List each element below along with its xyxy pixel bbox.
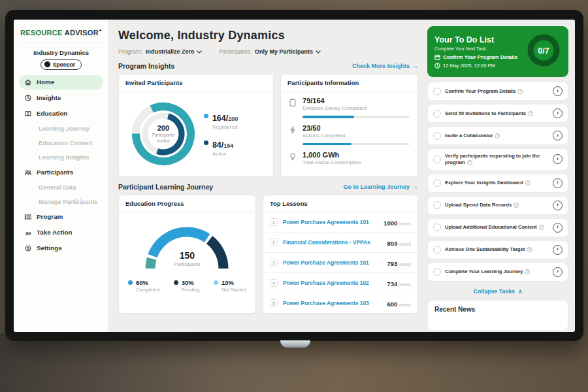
filters-bar: Program: Industrialize Zero Participants…	[118, 48, 418, 55]
completed-dot-icon	[128, 280, 133, 285]
chevron-right-icon: ›	[557, 88, 559, 94]
sidebar-item-learning-insights[interactable]: Learning Insights	[19, 151, 103, 164]
take-action-icon	[24, 229, 32, 237]
lesson-link[interactable]: Power Purchase Agreements 101	[283, 219, 378, 225]
task-open-button[interactable]: ›	[553, 154, 563, 164]
chevron-down-icon	[197, 50, 202, 54]
participants-filter-dropdown[interactable]: Only My Participants	[255, 48, 321, 55]
legend-item-completed: 60% Completed	[128, 279, 159, 293]
lesson-link[interactable]: Power Purchase Agreements 102	[283, 280, 382, 286]
sidebar-item-insights[interactable]: Insights	[19, 91, 103, 105]
task-open-button[interactable]: ›	[553, 201, 563, 210]
lesson-link[interactable]: Power Purchase Agreements 103	[283, 300, 382, 306]
task-open-button[interactable]: ›	[553, 108, 563, 118]
task-open-button[interactable]: ›	[553, 178, 563, 188]
invited-participants-card: Invited Participants 200 Partic	[118, 74, 274, 177]
collapse-tasks-button[interactable]: Collapse Tasks ∧	[427, 286, 568, 295]
task-row-upload-educational-content[interactable]: Upload Additional Educational Content? ›	[427, 218, 568, 237]
donut-legend: 164/200 Registered 84/164 Active	[204, 112, 238, 157]
lightbulb-icon	[289, 152, 297, 161]
sidebar-item-education[interactable]: Education	[19, 106, 103, 121]
pending-dot-icon	[174, 280, 178, 285]
info-icon[interactable]: ?	[514, 203, 519, 208]
sidebar-item-education-content[interactable]: Education Content	[19, 137, 103, 150]
rank-badge: 3	[270, 259, 278, 267]
sidebar-item-label: Insights	[37, 94, 61, 101]
task-row-explore-insights[interactable]: Explore Your Insights Dashboard? ›	[427, 174, 568, 193]
sidebar-item-program[interactable]: Program	[19, 210, 103, 224]
rank-badge: 4	[270, 279, 278, 287]
task-checkbox[interactable]	[433, 246, 441, 253]
task-checkbox[interactable]	[433, 132, 441, 140]
sidebar-item-label: Education	[37, 110, 67, 117]
lesson-row: 1 Power Purchase Agreements 101 1000view…	[263, 212, 417, 233]
info-icon[interactable]: ?	[525, 269, 530, 274]
task-row-invite-collaborator[interactable]: Invite a Collaborator? ›	[427, 126, 568, 145]
chevron-down-icon	[316, 50, 321, 54]
clipboard-icon	[289, 98, 297, 107]
sidebar-item-label: Program	[37, 213, 63, 220]
rank-badge: 5	[270, 299, 278, 307]
task-open-button[interactable]: ›	[553, 267, 563, 277]
info-icon[interactable]: ?	[539, 225, 544, 230]
sidebar-item-label: General Data	[39, 184, 76, 191]
recent-news-title: Recent News	[434, 306, 561, 313]
participants-information-card: Participants Information 79/164 Emission…	[280, 74, 418, 177]
task-open-button[interactable]: ›	[553, 131, 563, 140]
go-to-learning-journey-link[interactable]: Go to Learning Journey →	[343, 184, 418, 190]
task-open-button[interactable]: ›	[553, 245, 563, 255]
arrow-right-icon: →	[412, 184, 418, 190]
task-row-verify-participants[interactable]: Verify participants requesting to join t…	[427, 148, 568, 171]
education-icon	[24, 110, 32, 118]
task-row-complete-learning-journey[interactable]: Complete Your Learning Journey? ›	[427, 263, 568, 282]
sidebar-item-manage-participants[interactable]: Manage Participants	[19, 195, 103, 208]
registered-dot-icon	[204, 114, 208, 118]
lesson-link[interactable]: Power Purchase Agreements 101	[283, 259, 382, 266]
task-open-button[interactable]: ›	[553, 86, 563, 96]
lesson-link[interactable]: Financial Considerations - VPPAs	[283, 239, 382, 246]
info-icon[interactable]: ?	[467, 160, 472, 165]
chevron-right-icon: ›	[557, 202, 559, 208]
check-more-insights-link[interactable]: Check More Insights →	[352, 63, 418, 69]
sidebar-item-label: Home	[37, 78, 54, 86]
card-title: Invited Participants	[119, 74, 273, 91]
task-open-button[interactable]: ›	[553, 223, 563, 233]
sidebar-item-home[interactable]: Home	[19, 75, 103, 90]
sidebar-item-general-data[interactable]: General Data	[19, 181, 103, 194]
info-icon[interactable]: ?	[528, 111, 533, 116]
task-checkbox[interactable]	[433, 201, 441, 209]
task-row-confirm-program-details[interactable]: Confirm Your Program Details? ›	[427, 82, 568, 101]
chevron-right-icon: ›	[557, 110, 559, 116]
task-checkbox[interactable]	[433, 155, 441, 163]
gauge-center-label: Participants	[119, 261, 255, 267]
info-icon[interactable]: ?	[525, 180, 531, 186]
task-row-send-invitations[interactable]: Send 50 Invitations to Participants? ›	[427, 104, 568, 123]
education-progress-gauge-chart: 150 Participants	[119, 212, 255, 276]
chevron-right-icon: ›	[557, 224, 559, 230]
lesson-row: 3 Power Purchase Agreements 101 793views	[263, 253, 417, 273]
task-checkbox[interactable]	[433, 223, 441, 231]
sidebar-item-participants[interactable]: Participants	[19, 165, 103, 180]
page-title: Welcome, Industry Dynamics	[118, 29, 418, 42]
program-icon	[24, 213, 32, 221]
legend-item-registered: 164/200 Registered	[204, 112, 238, 130]
info-icon[interactable]: ?	[517, 89, 523, 94]
task-checkbox[interactable]	[433, 179, 441, 187]
rank-badge: 1	[270, 218, 278, 226]
legend-item-active: 84/164 Active	[204, 139, 238, 157]
program-filter-dropdown[interactable]: Industrialize Zero	[146, 48, 203, 55]
task-checkbox[interactable]	[433, 88, 441, 95]
rank-badge: 2	[270, 238, 278, 246]
monitor-frame: RESOURCE ADVISOR+ Industry Dynamics Spon…	[5, 10, 583, 341]
info-icon[interactable]: ?	[527, 247, 532, 252]
sidebar-item-learning-journey[interactable]: Learning Journey	[19, 122, 103, 135]
sidebar-item-take-action[interactable]: Take Action	[19, 225, 103, 240]
main-content: Welcome, Industry Dynamics Program: Indu…	[109, 20, 426, 332]
sidebar-item-settings[interactable]: Settings	[19, 241, 103, 255]
task-checkbox[interactable]	[433, 268, 441, 276]
info-icon[interactable]: ?	[495, 133, 500, 139]
task-checkbox[interactable]	[433, 110, 441, 118]
task-row-achieve-sustainability-target[interactable]: Achieve One Sustainability Target? ›	[427, 240, 568, 259]
task-row-upload-spend-data[interactable]: Upload Spend Data Records? ›	[427, 196, 568, 215]
logo-word-advisor: ADVISOR	[65, 29, 99, 37]
